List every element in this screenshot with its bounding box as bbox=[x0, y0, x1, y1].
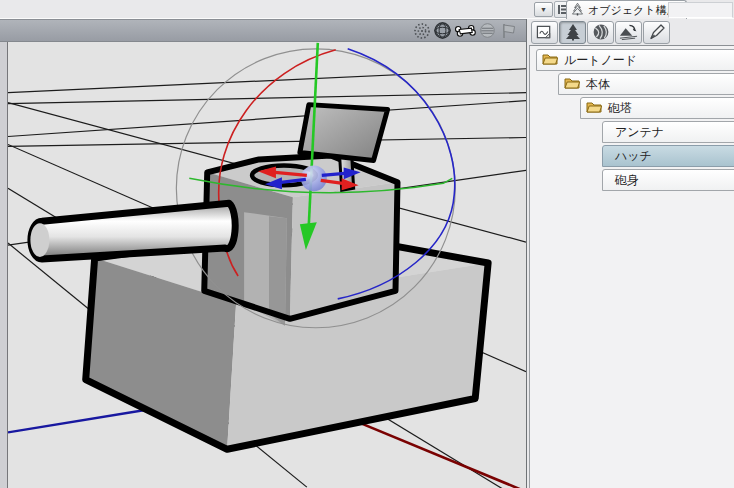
striped-ball-icon[interactable] bbox=[478, 21, 497, 40]
material-button[interactable] bbox=[587, 21, 614, 44]
tree-item-antenna[interactable]: アンテナ bbox=[602, 121, 734, 143]
dotted-sphere-icon[interactable] bbox=[412, 21, 431, 40]
tree-item-gun-barrel[interactable]: 砲身 bbox=[602, 169, 734, 191]
panel-dropdown-button[interactable]: ▼ bbox=[534, 2, 553, 17]
wire-globe-icon[interactable] bbox=[433, 21, 452, 40]
tree-icon bbox=[571, 2, 584, 18]
tree-item-turret[interactable]: 砲塔 bbox=[580, 97, 734, 119]
flag-icon[interactable] bbox=[499, 21, 518, 40]
world-axis-z bbox=[8, 408, 154, 432]
panel-toolbar bbox=[527, 19, 734, 45]
folder-icon bbox=[542, 52, 558, 68]
tree-item-label: 砲塔 bbox=[608, 100, 632, 117]
sphere-icon bbox=[592, 23, 610, 41]
brush-icon bbox=[648, 23, 666, 41]
object-structure-panel: ルートノード 本体 砲塔 bbox=[526, 19, 734, 488]
tree-item-root-node[interactable]: ルートノード bbox=[536, 49, 734, 71]
application-window: ▼ オブジェクト構成 bbox=[0, 0, 734, 488]
folder-icon bbox=[564, 76, 580, 92]
tree-item-hatch-selected[interactable]: ハッチ bbox=[602, 145, 734, 167]
paint-button[interactable] bbox=[643, 21, 670, 44]
tree-item-label: アンテナ bbox=[615, 124, 664, 141]
tab-strip-spacer bbox=[668, 2, 733, 18]
mountain-arrow-icon bbox=[619, 23, 638, 41]
tree-item-label: 本体 bbox=[586, 76, 610, 93]
viewport-3d[interactable] bbox=[8, 42, 526, 488]
tank-barrel[interactable] bbox=[30, 203, 235, 259]
tab-label: オブジェクト構成 bbox=[588, 3, 678, 18]
folder-icon bbox=[586, 100, 602, 116]
object-structure-button[interactable] bbox=[559, 21, 586, 44]
viewport-toolbar bbox=[0, 19, 526, 42]
tree-item-label: 砲身 bbox=[615, 172, 639, 189]
tree-item-body[interactable]: 本体 bbox=[558, 73, 734, 95]
scene-view-button[interactable] bbox=[531, 21, 558, 44]
tab-strip: ▼ オブジェクト構成 bbox=[0, 0, 734, 19]
tree-item-label: ルートノード bbox=[564, 52, 637, 69]
object-tree: ルートノード 本体 砲塔 bbox=[529, 45, 734, 488]
world-axis-x bbox=[359, 422, 520, 488]
bone-icon[interactable] bbox=[454, 21, 476, 40]
photo-icon bbox=[535, 24, 554, 41]
mapping-button[interactable] bbox=[615, 21, 642, 44]
tree-item-label: ハッチ bbox=[615, 148, 652, 165]
tree-icon bbox=[564, 23, 582, 41]
left-edge-strip bbox=[0, 42, 8, 488]
